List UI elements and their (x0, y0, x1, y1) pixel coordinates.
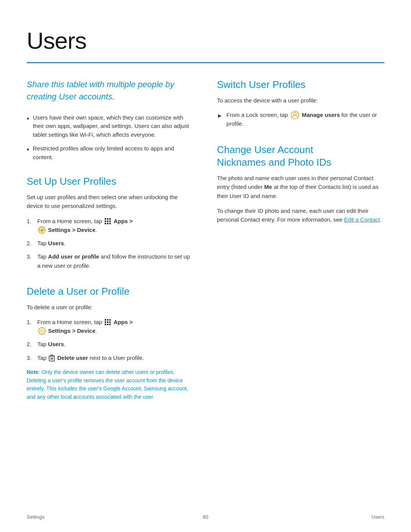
svg-rect-4 (107, 220, 108, 222)
step-num-2: 2. (27, 239, 34, 248)
add-user-label: Add user or profile (48, 253, 99, 260)
step-1-content: From a Home screen, tap (37, 217, 133, 235)
delete-user-label: Delete user (57, 355, 88, 361)
settings-gear-icon-1 (38, 226, 46, 234)
bullet-item-2: Restricted profiles allow only limited a… (27, 144, 194, 161)
svg-point-32 (293, 113, 296, 115)
settings-gear-icon-2 (38, 327, 46, 335)
svg-rect-18 (105, 324, 106, 325)
switch-step-content: From a Lock screen, tap Manage users for… (226, 111, 384, 128)
settings-device-label-1: Settings > Device (48, 227, 96, 233)
footer-left: Settings (27, 513, 45, 521)
svg-point-22 (41, 330, 43, 332)
delete-step-3: 3. Tap (27, 353, 194, 362)
svg-rect-15 (105, 321, 106, 323)
delete-step-num-2: 2. (27, 340, 34, 348)
set-up-title: Set Up User Profiles (27, 175, 194, 188)
svg-rect-6 (105, 223, 106, 224)
svg-rect-17 (109, 321, 111, 323)
delete-step-1-content: From a Home screen, tap (37, 318, 133, 335)
change-title-line1: Change User Account (217, 144, 313, 155)
svg-rect-7 (107, 223, 108, 224)
bullet-text-1: Users have their own space, which they c… (33, 113, 194, 139)
switch-title: Switch User Profiles (217, 78, 384, 91)
svg-rect-20 (109, 324, 111, 325)
set-up-step-2: 2. Tap Users. (27, 239, 194, 248)
note-label: Note (27, 369, 38, 375)
apps-label: Apps > (113, 218, 132, 224)
intro-text: Share this tablet with multiple people b… (27, 78, 194, 103)
set-up-step-3: 3. Tap Add user or profile and follow th… (27, 252, 194, 270)
svg-rect-16 (107, 321, 108, 323)
note-body: : Only the device owner can delete other… (27, 369, 188, 400)
manage-users-icon (291, 111, 299, 119)
delete-steps: 1. From a Home screen, tap (27, 318, 194, 362)
footer-center: 80 (203, 513, 208, 521)
change-body-1: The photo and name each user uses in the… (217, 174, 384, 200)
svg-rect-13 (107, 319, 108, 321)
change-title-line2: Nicknames and Photo IDs (217, 157, 331, 168)
switch-body: To access the device with a user profile… (217, 96, 384, 105)
left-column: Share this tablet with multiple people b… (27, 78, 194, 417)
manage-users-label: Manage users (302, 112, 340, 118)
change-body-2: To change their ID photo and name, each … (217, 206, 384, 224)
svg-rect-8 (109, 223, 111, 224)
switch-step: ► From a Lock screen, tap Manage users f… (217, 111, 384, 128)
set-up-steps: 1. From a Home screen, tap (27, 217, 194, 270)
svg-rect-12 (105, 319, 106, 321)
delete-step-num-3: 3. (27, 353, 34, 362)
svg-rect-19 (107, 324, 108, 325)
delete-step-2-content: Tap Users. (37, 340, 65, 348)
apps-label-2: Apps > (113, 319, 132, 325)
change-title: Change User Account Nicknames and Photo … (217, 144, 384, 169)
svg-rect-3 (105, 220, 106, 222)
delete-note: Note: Only the device owner can delete o… (27, 368, 194, 401)
delete-step-3-content: Tap (37, 353, 144, 362)
trash-icon (49, 355, 55, 361)
svg-rect-5 (109, 220, 111, 222)
bullet-text-2: Restricted profiles allow only limited a… (33, 144, 194, 161)
set-up-section: Set Up User Profiles Set up user profile… (27, 175, 194, 270)
settings-device-label-2: Settings > Device (48, 328, 96, 334)
delete-step-2: 2. Tap Users. (27, 340, 194, 348)
switch-section: Switch User Profiles To access the devic… (217, 78, 384, 128)
delete-body: To delete a user or profile: (27, 303, 194, 312)
delete-title: Delete a User or Profile (27, 285, 194, 298)
delete-step-num-1: 1. (27, 318, 34, 326)
apps-grid-icon (104, 218, 111, 225)
me-label: Me (264, 184, 272, 190)
title-divider (27, 62, 384, 63)
apps-grid-icon-2 (104, 319, 111, 326)
step-2-content: Tap Users. (37, 239, 65, 248)
users-label-1: Users (48, 240, 64, 246)
change-body-2-after: . (380, 216, 381, 223)
set-up-body: Set up user profiles and then select one… (27, 193, 194, 211)
footer: Settings 80 Users (0, 513, 411, 521)
edit-contact-link[interactable]: Edit a Contact (344, 216, 380, 223)
svg-rect-1 (107, 218, 108, 220)
delete-step-1: 1. From a Home screen, tap (27, 318, 194, 335)
step-num-1: 1. (27, 217, 34, 225)
users-label-2: Users (48, 341, 64, 347)
svg-rect-14 (109, 319, 111, 321)
right-column: Switch User Profiles To access the devic… (217, 78, 384, 417)
intro-bullet-list: Users have their own space, which they c… (27, 113, 194, 162)
arrow-icon: ► (217, 112, 223, 120)
svg-rect-0 (105, 218, 106, 220)
step-3-content: Tap Add user or profile and follow the i… (37, 252, 194, 270)
footer-right: Users (371, 513, 384, 521)
step-num-3: 3. (27, 252, 34, 261)
bullet-item-1: Users have their own space, which they c… (27, 113, 194, 139)
delete-section: Delete a User or Profile To delete a use… (27, 285, 194, 401)
set-up-step-1: 1. From a Home screen, tap (27, 217, 194, 235)
svg-rect-2 (109, 218, 111, 220)
page-container: Users Share this tablet with multiple pe… (0, 0, 411, 447)
change-section: Change User Account Nicknames and Photo … (217, 144, 384, 224)
main-content: Share this tablet with multiple people b… (27, 78, 384, 417)
page-title: Users (27, 23, 384, 58)
